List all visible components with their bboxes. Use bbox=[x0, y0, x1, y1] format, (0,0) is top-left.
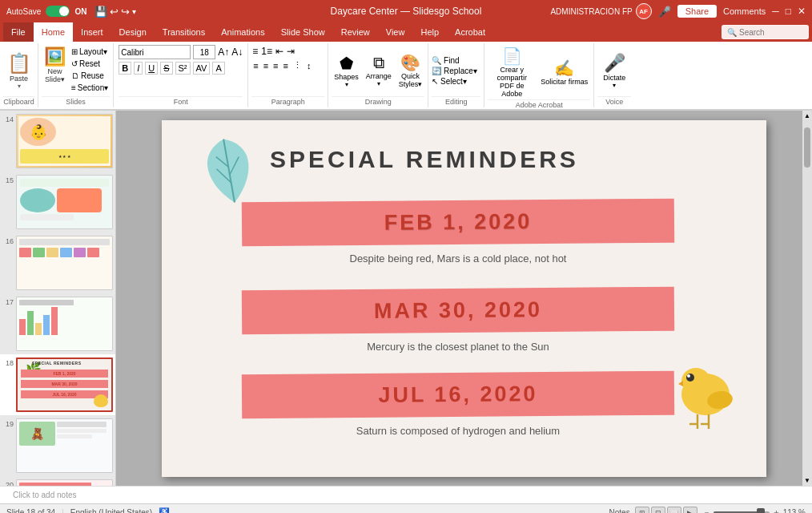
notes-bar[interactable]: Click to add notes bbox=[0, 486, 812, 503]
slide-item-19[interactable]: 19 🧸 bbox=[0, 415, 115, 476]
align-right-button[interactable]: ≡ bbox=[271, 60, 279, 71]
slide-item-15[interactable]: 15 bbox=[0, 172, 115, 232]
section-button[interactable]: ≡Section▾ bbox=[70, 83, 110, 93]
vertical-scrollbar[interactable]: ▲ ▼ bbox=[802, 111, 812, 486]
italic-button[interactable]: I bbox=[134, 62, 143, 75]
font-shrink-button[interactable]: A↓ bbox=[231, 46, 243, 58]
scroll-down-arrow[interactable]: ▼ bbox=[804, 477, 810, 484]
reminder-date-bg-2: MAR 30, 2020 bbox=[242, 286, 674, 334]
tab-file[interactable]: File bbox=[3, 22, 34, 42]
line-spacing-button[interactable]: ↕ bbox=[305, 60, 313, 71]
autosave-label: AutoSave bbox=[6, 7, 41, 16]
slide-item-17[interactable]: 17 bbox=[0, 293, 115, 354]
bold-button[interactable]: B bbox=[119, 62, 131, 75]
font-color-button[interactable]: A bbox=[212, 62, 224, 75]
dictate-button[interactable]: 🎤 Dictate ▾ bbox=[600, 51, 629, 91]
slide-thumb-19: 🧸 bbox=[16, 418, 113, 473]
search-input[interactable] bbox=[739, 28, 803, 37]
customize-icon[interactable]: ▾ bbox=[132, 7, 136, 16]
chick-decoration bbox=[672, 358, 736, 433]
slide-item-14[interactable]: 14 👶 ★ ★ ★ bbox=[0, 111, 115, 172]
tab-slideshow[interactable]: Slide Show bbox=[273, 22, 333, 42]
font-size-input[interactable] bbox=[193, 45, 215, 59]
arrange-button[interactable]: ⧉ Arrange ▾ bbox=[364, 52, 394, 89]
status-right: Notes ⊞ ⊟ 📖 ▶ － ＋ 113 % bbox=[609, 507, 806, 514]
slide-item-20[interactable]: 20 bbox=[0, 476, 115, 486]
tab-acrobat[interactable]: Acrobat bbox=[447, 22, 493, 42]
bullets-button[interactable]: ≡ bbox=[251, 45, 259, 58]
tab-design[interactable]: Design bbox=[111, 22, 155, 42]
search-box[interactable]: 🔍 bbox=[722, 25, 809, 39]
reading-view-button[interactable]: 📖 bbox=[667, 507, 681, 514]
slide-thumb-15 bbox=[16, 175, 113, 229]
char-spacing-button[interactable]: AV bbox=[193, 62, 211, 75]
select-button[interactable]: ↖ Select▾ bbox=[432, 77, 480, 86]
slides-group-label: Slides bbox=[42, 96, 110, 106]
close-button[interactable]: ✕ bbox=[798, 6, 806, 17]
slide-item-18[interactable]: 18 🌿 SPECIAL REMINDERS FEB 1, 2020 MAR 3… bbox=[0, 354, 115, 415]
reminder-date-bg-1: FEB 1, 2020 bbox=[242, 198, 674, 246]
tab-view[interactable]: View bbox=[378, 22, 413, 42]
undo-icon[interactable]: ↩ bbox=[110, 6, 119, 18]
normal-view-button[interactable]: ⊞ bbox=[635, 507, 649, 514]
text-shadow-button[interactable]: S² bbox=[175, 62, 191, 75]
comments-button[interactable]: Comments bbox=[723, 6, 766, 16]
zoom-level[interactable]: 113 % bbox=[783, 508, 806, 513]
layout-button[interactable]: ⊞Layout▾ bbox=[70, 46, 110, 57]
search-icon: 🔍 bbox=[727, 28, 737, 37]
autosave-toggle[interactable] bbox=[46, 6, 70, 17]
zoom-in-button[interactable]: ＋ bbox=[772, 507, 781, 513]
paste-button[interactable]: 📋 Paste ▾ bbox=[4, 50, 34, 91]
decrease-indent-button[interactable]: ⇤ bbox=[275, 45, 284, 58]
font-grow-button[interactable]: A↑ bbox=[218, 46, 229, 58]
align-left-button[interactable]: ≡ bbox=[251, 60, 259, 71]
slide-sorter-button[interactable]: ⊟ bbox=[651, 507, 665, 514]
accessibility-icon[interactable]: ♿ bbox=[159, 507, 170, 513]
admin-label: ADMINISTRACION FP bbox=[550, 7, 632, 16]
scroll-up-arrow[interactable]: ▲ bbox=[804, 112, 810, 119]
justify-button[interactable]: ≡ bbox=[282, 60, 290, 71]
tab-home[interactable]: Home bbox=[34, 22, 73, 42]
microphone-icon[interactable]: 🎤 bbox=[658, 6, 671, 18]
slide-thumb-20 bbox=[16, 479, 113, 486]
new-slide-button[interactable]: 🖼️ New Slide▾ bbox=[42, 45, 68, 85]
tab-help[interactable]: Help bbox=[412, 22, 447, 42]
slide-number-19: 19 bbox=[2, 418, 14, 428]
zoom-out-button[interactable]: － bbox=[702, 507, 711, 513]
font-name-input[interactable] bbox=[119, 45, 191, 59]
strikethrough-button[interactable]: S bbox=[160, 62, 172, 75]
redo-icon[interactable]: ↪ bbox=[121, 6, 130, 18]
reminder-block-3: JUL 16, 2020 Saturn is composed of hydro… bbox=[242, 373, 674, 440]
numbering-button[interactable]: 1≡ bbox=[260, 45, 273, 58]
create-pdf-button[interactable]: 📄 Crear y compartir PDF de Adobe bbox=[488, 45, 536, 99]
maximize-button[interactable]: □ bbox=[786, 6, 791, 17]
solicitar-firmas-button[interactable]: ✍ Solicitar firmas bbox=[538, 57, 590, 87]
underline-button[interactable]: U bbox=[145, 62, 158, 75]
slide-item-16[interactable]: 16 bbox=[0, 232, 115, 293]
click-to-add-notes[interactable]: Click to add notes bbox=[13, 491, 77, 499]
notes-button[interactable]: Notes bbox=[609, 508, 630, 513]
admin-avatar[interactable]: AF bbox=[636, 3, 652, 19]
increase-indent-button[interactable]: ⇥ bbox=[286, 45, 295, 58]
replace-button[interactable]: 🔄 Replace▾ bbox=[432, 67, 480, 75]
reminder-desc-2: Mercury is the closest planet to the Sun bbox=[242, 341, 674, 353]
tab-transitions[interactable]: Transitions bbox=[155, 22, 213, 42]
quick-styles-button[interactable]: 🎨 Quick Styles▾ bbox=[396, 51, 425, 90]
share-button[interactable]: Share bbox=[677, 5, 717, 18]
align-center-button[interactable]: ≡ bbox=[262, 60, 270, 71]
slide-number-15: 15 bbox=[2, 175, 14, 184]
minimize-button[interactable]: ─ bbox=[772, 6, 779, 17]
tab-animations[interactable]: Animations bbox=[213, 22, 272, 42]
tab-review[interactable]: Review bbox=[333, 22, 378, 42]
scroll-thumb[interactable] bbox=[804, 127, 810, 168]
columns-button[interactable]: ⋮ bbox=[291, 59, 303, 71]
shapes-button[interactable]: ⬟ Shapes ▾ bbox=[332, 52, 361, 90]
reset-button[interactable]: ↺Reset bbox=[70, 59, 110, 69]
tab-insert[interactable]: Insert bbox=[73, 22, 111, 42]
top-combined-bar: AutoSave ON 💾 ↩ ↪ ▾ Daycare Center — Sli… bbox=[0, 0, 812, 22]
find-button[interactable]: 🔍 Find bbox=[432, 56, 480, 65]
save-icon[interactable]: 💾 bbox=[94, 6, 107, 18]
canvas-area: SPECIAL REMINDERS FEB 1, 2020 Despite be… bbox=[116, 111, 812, 486]
slideshow-button[interactable]: ▶ bbox=[683, 507, 697, 514]
reuse-button[interactable]: 🗋Reuse bbox=[70, 71, 110, 81]
